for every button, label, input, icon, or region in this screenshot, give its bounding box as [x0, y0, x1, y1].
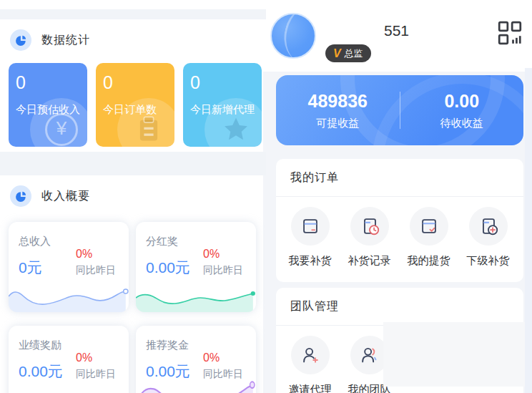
- gray-overlay: [383, 322, 525, 387]
- data-statistics-header: 数据统计: [0, 19, 263, 51]
- menu-item-invite-agent[interactable]: 邀请代理: [280, 336, 340, 393]
- pending-label: 待收收益: [400, 117, 524, 130]
- income-card-performance: 业绩奖励 0.00元 0% 同比昨日: [9, 326, 129, 393]
- withdrawable-value: 489836: [276, 91, 400, 112]
- avatar[interactable]: [270, 13, 316, 59]
- user-phone-suffix: 551: [384, 22, 409, 39]
- pie-chart-icon: [10, 29, 31, 51]
- level-badge: V 总监: [325, 44, 371, 62]
- income-percent: 0%: [203, 248, 249, 261]
- income-percent: 0%: [76, 248, 122, 261]
- income-label: 业绩奖励: [19, 339, 61, 352]
- stat-card-today-income: ¥ 0 今日预估收入: [9, 63, 87, 147]
- sparkline-chart: [9, 286, 129, 312]
- income-value: 0元: [19, 258, 42, 278]
- my-orders-panel: 我的订单 我要补货: [276, 159, 523, 282]
- menu-item-label: 补货记录: [348, 254, 391, 268]
- income-value: 0.00元: [146, 258, 190, 278]
- invite-agent-icon: [291, 336, 330, 374]
- withdrawable-label: 可提收益: [276, 117, 400, 130]
- pickup-icon: [410, 207, 448, 246]
- wallet-card: 489836 可提收益 0.00 待收收益: [276, 75, 523, 145]
- menu-item-label: 我的提货: [408, 254, 450, 268]
- pie-chart-icon: [10, 185, 31, 207]
- stat-value: 0: [190, 72, 255, 93]
- orders-items-row: 我要补货 补货记录: [276, 197, 523, 268]
- income-percent: 0%: [76, 351, 122, 364]
- top-separator-band: [0, 9, 266, 19]
- menu-item-pickup[interactable]: 我的提货: [399, 207, 458, 268]
- income-compare-block: 0% 同比昨日: [203, 351, 249, 381]
- income-percent: 0%: [203, 351, 249, 364]
- restock-doc-icon: [291, 207, 330, 246]
- badge-v-icon: V: [333, 47, 341, 60]
- stat-card-today-agents: 0 今日新增代理: [183, 63, 262, 147]
- redaction-box: [325, 4, 390, 42]
- income-compare-label: 同比昨日: [76, 264, 122, 277]
- income-card-referral: 推荐奖金 0.00元 0% 同比昨日: [136, 326, 256, 393]
- stat-card-row: ¥ 0 今日预估收入 0 今日订单数: [9, 63, 262, 147]
- income-label: 总收入: [19, 235, 51, 248]
- badge-title: 总监: [345, 47, 363, 60]
- menu-item-label: 我要补货: [289, 254, 332, 268]
- sub-restock-icon: [469, 207, 508, 246]
- stat-card-today-orders: 0 今日订单数: [96, 63, 174, 147]
- stat-value: 0: [103, 72, 167, 93]
- mid-separator-band: [0, 152, 266, 175]
- section-title: 收入概要: [41, 189, 90, 204]
- restock-record-icon: [350, 207, 389, 246]
- stat-value: 0: [16, 72, 80, 93]
- section-title: 数据统计: [41, 33, 90, 48]
- income-compare-block: 0% 同比昨日: [76, 351, 122, 381]
- menu-item-restock-record[interactable]: 补货记录: [340, 207, 399, 268]
- income-overview-section: 收入概要 总收入 0元 0% 同比昨日 分红奖 0.00元: [0, 175, 263, 393]
- pending-value: 0.00: [400, 91, 524, 112]
- income-value: 0.00元: [19, 362, 63, 382]
- panel-title: 团队管理: [276, 288, 523, 314]
- menu-item-label: 邀请代理: [289, 383, 332, 393]
- apps-grid-icon[interactable]: [496, 19, 523, 47]
- sparkline-chart: [136, 379, 256, 393]
- right-margin-strip: [525, 68, 532, 393]
- menu-item-sub-restock[interactable]: 下级补货: [458, 207, 518, 268]
- menu-item-restock[interactable]: 我要补货: [280, 207, 340, 268]
- menu-item-label: 下级补货: [467, 254, 510, 268]
- income-compare-label: 同比昨日: [76, 368, 122, 381]
- income-compare-label: 同比昨日: [203, 264, 249, 277]
- income-overview-header: 收入概要: [0, 175, 263, 207]
- income-compare-block: 0% 同比昨日: [76, 248, 122, 277]
- income-card-total: 总收入 0元 0% 同比昨日: [9, 222, 129, 312]
- income-label: 推荐奖金: [146, 339, 189, 352]
- withdrawable-earnings[interactable]: 489836 可提收益: [276, 91, 400, 130]
- income-card-dividend: 分红奖 0.00元 0% 同比昨日: [136, 222, 256, 312]
- sparkline-chart: [136, 286, 256, 312]
- data-statistics-section: 数据统计 ¥ 0 今日预估收入 0 今日订单数: [0, 19, 263, 152]
- agent-dashboard-page: 数据统计 ¥ 0 今日预估收入 0 今日订单数: [0, 0, 532, 393]
- income-label: 分红奖: [146, 235, 178, 248]
- pending-earnings[interactable]: 0.00 待收收益: [400, 91, 524, 130]
- income-compare-block: 0% 同比昨日: [203, 248, 249, 277]
- panel-title: 我的订单: [276, 159, 523, 185]
